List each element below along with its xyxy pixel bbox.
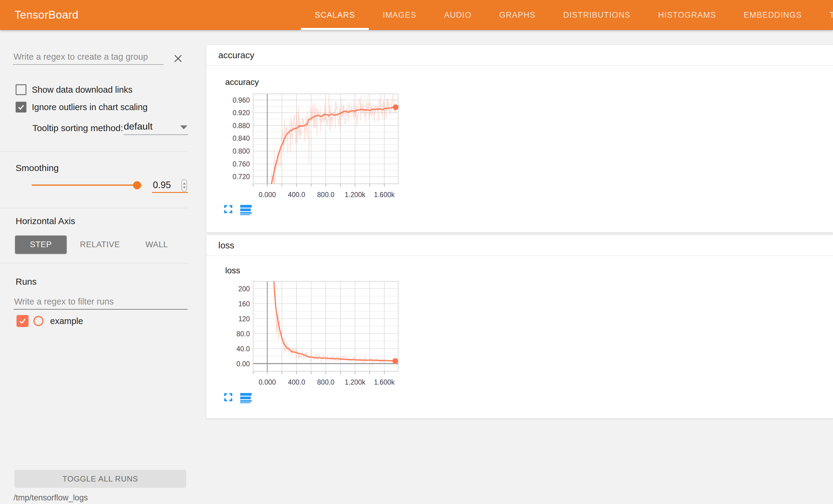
x-tick-label: 1.600k xyxy=(374,191,395,199)
app-header: TensorBoard SCALARS IMAGES AUDIO GRAPHS … xyxy=(0,0,833,30)
smoothing-value-field xyxy=(152,179,177,191)
chart-title: loss xyxy=(225,266,240,275)
tooltip-sorting-value: default xyxy=(124,121,152,132)
runs-selector-icon[interactable] xyxy=(240,205,252,215)
smoothing-slider-thumb[interactable] xyxy=(133,181,141,189)
tab-audio-label: AUDIO xyxy=(444,10,472,20)
y-tick-label: 0.840 xyxy=(233,134,250,142)
tab-histograms[interactable]: HISTOGRAMS xyxy=(644,0,730,30)
toggle-all-runs-button[interactable]: TOGGLE ALL RUNS xyxy=(15,470,186,488)
tab-embeddings-label: EMBEDDINGS xyxy=(744,10,802,20)
section-loss: loss loss 0.0040.080.01201602000.000400.… xyxy=(206,235,833,419)
final-point-marker xyxy=(393,104,399,110)
sidebar: Show data download links Ignore outliers… xyxy=(0,30,206,504)
ignore-outliers-checkbox[interactable] xyxy=(16,102,26,112)
y-tick-label: 80.0 xyxy=(236,330,250,338)
ignore-outliers-row: Ignore outliers in chart scaling xyxy=(16,102,147,112)
x-tick-label: 400.0 xyxy=(288,378,305,386)
run-row-example: example xyxy=(17,315,83,327)
runs-filter-input[interactable] xyxy=(14,296,189,307)
smoothing-value-input[interactable] xyxy=(152,179,177,191)
y-tick-label: 40.0 xyxy=(236,345,250,353)
show-download-links-checkbox[interactable] xyxy=(16,84,26,95)
close-icon[interactable] xyxy=(173,54,183,63)
axis-relative-button[interactable]: RELATIVE xyxy=(74,235,126,254)
y-tick-label: 0.00 xyxy=(236,360,250,368)
tab-images[interactable]: IMAGES xyxy=(369,0,430,30)
accuracy-scalar-chart[interactable]: 0.7200.7600.8000.8400.8800.9200.9600.000… xyxy=(206,89,410,202)
y-tick-label: 120 xyxy=(238,315,250,323)
active-tab-underline xyxy=(301,28,369,30)
sidebar-divider xyxy=(0,208,188,208)
stepper-down-icon xyxy=(183,186,186,188)
tab-audio[interactable]: AUDIO xyxy=(430,0,485,30)
x-tick-label: 400.0 xyxy=(288,191,305,199)
tab-scalars-label: SCALARS xyxy=(315,10,355,20)
tooltip-sorting-dropdown[interactable]: default xyxy=(124,121,188,135)
tag-filter-field xyxy=(13,52,164,65)
chart-actions xyxy=(224,205,252,215)
tab-text-label: TEXT xyxy=(829,10,833,20)
smoothing-stepper[interactable] xyxy=(182,179,187,192)
section-header[interactable]: accuracy xyxy=(206,45,833,66)
run-example-checkbox[interactable] xyxy=(17,315,28,327)
tag-filter-input[interactable] xyxy=(13,52,165,62)
x-tick-label: 1.200k xyxy=(345,378,366,386)
nav-tabs: SCALARS IMAGES AUDIO GRAPHS DISTRIBUTION… xyxy=(301,0,833,30)
tooltip-sorting-label: Tooltip sorting method: xyxy=(32,123,123,133)
section-title: loss xyxy=(218,240,234,251)
show-download-links-row: Show data download links xyxy=(16,84,133,95)
x-tick-label: 1.200k xyxy=(345,191,366,199)
x-tick-label: 800.0 xyxy=(317,191,335,199)
app-logo: TensorBoard xyxy=(15,0,78,30)
tab-embeddings[interactable]: EMBEDDINGS xyxy=(730,0,816,30)
log-directory-path: /tmp/tensorflow_logs xyxy=(14,493,88,503)
tab-scalars[interactable]: SCALARS xyxy=(301,0,369,30)
y-tick-label: 0.960 xyxy=(233,96,250,104)
ignore-outliers-label: Ignore outliers in chart scaling xyxy=(32,102,147,112)
x-tick-label: 0.000 xyxy=(259,378,276,386)
check-icon xyxy=(18,317,27,325)
chevron-down-icon xyxy=(180,125,187,129)
stepper-up-icon xyxy=(183,183,186,184)
horizontal-axis-label: Horizontal Axis xyxy=(16,216,75,226)
check-icon xyxy=(17,103,25,111)
tab-images-label: IMAGES xyxy=(383,10,416,20)
smoothing-slider-fill xyxy=(31,184,137,186)
y-tick-label: 0.920 xyxy=(233,109,250,117)
tab-distributions[interactable]: DISTRIBUTIONS xyxy=(549,0,644,30)
y-tick-label: 0.880 xyxy=(233,122,250,130)
x-tick-label: 0.000 xyxy=(259,191,276,199)
smoothing-value-underline xyxy=(152,192,188,193)
sidebar-divider xyxy=(0,263,188,263)
run-example-label: example xyxy=(50,316,83,326)
runs-label: Runs xyxy=(16,277,37,287)
smoothing-label: Smoothing xyxy=(16,163,58,173)
show-download-links-label: Show data download links xyxy=(32,84,133,95)
y-tick-label: 0.760 xyxy=(233,160,250,168)
final-point-marker xyxy=(392,358,398,364)
loss-scalar-chart[interactable]: 0.0040.080.01201602000.000400.0800.01.20… xyxy=(206,276,410,390)
chart-actions xyxy=(224,393,252,403)
tab-graphs[interactable]: GRAPHS xyxy=(485,0,549,30)
runs-selector-icon[interactable] xyxy=(240,393,252,403)
axis-wall-button[interactable]: WALL xyxy=(131,235,183,254)
chart-title: accuracy xyxy=(225,77,259,87)
fullscreen-icon[interactable] xyxy=(224,205,233,213)
tab-histograms-label: HISTOGRAMS xyxy=(658,10,716,20)
runs-filter-field xyxy=(14,296,188,310)
tab-graphs-label: GRAPHS xyxy=(499,10,536,20)
raw-series xyxy=(273,276,395,366)
y-tick-label: 0.720 xyxy=(233,173,250,181)
x-tick-label: 800.0 xyxy=(317,378,335,386)
section-title: accuracy xyxy=(218,50,254,60)
tab-text[interactable]: TEXT xyxy=(815,0,833,30)
run-color-swatch[interactable] xyxy=(33,316,44,326)
fullscreen-icon[interactable] xyxy=(224,393,233,401)
x-tick-label: 1.600k xyxy=(374,378,395,386)
section-header[interactable]: loss xyxy=(206,235,833,256)
tab-distributions-label: DISTRIBUTIONS xyxy=(563,10,630,20)
axis-step-button[interactable]: STEP xyxy=(15,235,67,254)
y-tick-label: 0.800 xyxy=(233,147,250,155)
section-accuracy: accuracy accuracy 0.7200.7600.8000.8400.… xyxy=(206,45,833,232)
